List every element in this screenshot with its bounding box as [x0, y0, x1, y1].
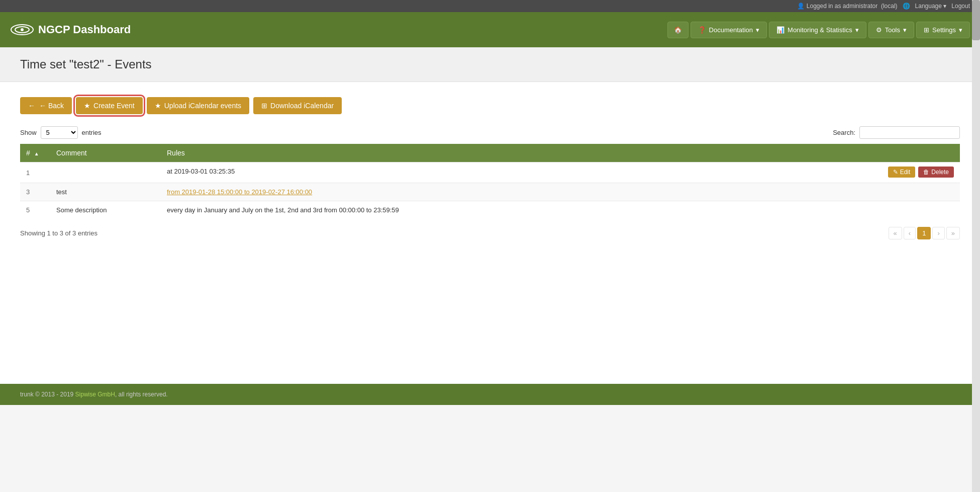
upload-icalendar-button[interactable]: ★ Upload iCalendar events [147, 97, 249, 114]
brand-name: NGCP Dashboard [38, 23, 131, 36]
language-link[interactable]: Language ▾ [915, 3, 947, 10]
edit-icon: ✎ [893, 169, 898, 176]
col-comment-header[interactable]: Comment [50, 144, 161, 162]
row-num: 1 [20, 162, 50, 183]
edit-button[interactable]: ✎ Edit [888, 167, 916, 178]
top-bar: 👤 Logged in as administrator (local) 🌐 L… [0, 0, 980, 12]
svg-point-2 [21, 28, 24, 31]
table-body: 1 at 2019-03-01 03:25:35 ✎ Edit 🗑 Delete [20, 162, 960, 219]
grid-icon: ⊞ [924, 26, 929, 34]
main-content: ← ← Back ★ Create Event ★ Upload iCalend… [0, 82, 980, 384]
sort-arrow-icon: ▲ [34, 151, 39, 156]
brand-link[interactable]: NGCP Dashboard [10, 22, 131, 38]
delete-button[interactable]: 🗑 Delete [918, 167, 954, 178]
row-comment: Some description [50, 201, 161, 219]
row-actions: ✎ Edit 🗑 Delete [888, 167, 954, 178]
rules-link[interactable]: from 2019-01-28 15:00:00 to 2019-02-27 1… [167, 188, 312, 196]
language-separator: 🌐 [903, 3, 910, 10]
download-icalendar-button[interactable]: ⊞ Download iCalendar [253, 97, 342, 114]
page-1-button[interactable]: 1 [917, 227, 931, 239]
trash-icon: 🗑 [923, 169, 929, 176]
nav-documentation-button[interactable]: ❓ Documentation ▾ [691, 22, 767, 38]
gear-icon: ⚙ [876, 26, 882, 34]
row-num: 5 [20, 201, 50, 219]
create-event-button[interactable]: ★ Create Event [76, 97, 143, 114]
navbar: NGCP Dashboard 🏠 ❓ Documentation ▾ 📊 Mon… [0, 12, 980, 47]
show-entries-control: Show 5 10 25 50 100 entries [20, 126, 102, 139]
page-first-button[interactable]: « [889, 227, 902, 239]
chevron-down-icon: ▾ [903, 26, 907, 34]
nav-menu: 🏠 ❓ Documentation ▾ 📊 Monitoring & Stati… [667, 22, 970, 38]
question-icon: ❓ [698, 26, 706, 34]
star-icon: ★ [155, 102, 161, 110]
row-rules: from 2019-01-28 15:00:00 to 2019-02-27 1… [161, 183, 960, 201]
nav-tools-button[interactable]: ⚙ Tools ▾ [868, 22, 914, 38]
back-button[interactable]: ← ← Back [20, 97, 72, 114]
row-comment: test [50, 183, 161, 201]
table-controls: Show 5 10 25 50 100 entries Search: [20, 126, 960, 139]
chevron-down-icon: ▾ [756, 26, 759, 34]
table-header: # ▲ Comment Rules [20, 144, 960, 162]
star-icon: ★ [84, 102, 90, 110]
table-footer: Showing 1 to 3 of 3 entries « ‹ 1 › » [20, 227, 960, 239]
grid-list-icon: ⊞ [261, 102, 267, 110]
row-num: 3 [20, 183, 50, 201]
action-buttons: ← ← Back ★ Create Event ★ Upload iCalend… [20, 97, 960, 114]
entries-label: entries [82, 129, 102, 136]
row-rules: every day in January and July on the 1st… [161, 201, 960, 219]
logout-link[interactable]: Logout [951, 3, 970, 10]
search-label: Search: [833, 129, 855, 136]
page-last-button[interactable]: » [946, 227, 960, 239]
scrollbar[interactable] [972, 0, 980, 405]
chevron-down-icon: ▾ [959, 26, 962, 34]
events-table: # ▲ Comment Rules 1 at 2019-03-01 03:25:… [20, 144, 960, 219]
page-prev-button[interactable]: ‹ [904, 227, 916, 239]
showing-text: Showing 1 to 3 of 3 entries [20, 229, 97, 237]
scrollbar-thumb[interactable] [972, 0, 980, 40]
chevron-down-icon: ▾ [855, 26, 859, 34]
col-rules-header[interactable]: Rules [161, 144, 960, 162]
search-input[interactable] [859, 126, 960, 139]
arrow-left-icon: ← [28, 102, 35, 110]
page-title: Time set "test2" - Events [20, 57, 960, 71]
show-label: Show [20, 129, 37, 136]
footer-text: trunk © 2013 - 2019 Sipwise GmbH, all ri… [20, 391, 168, 398]
table-row: 3 test from 2019-01-28 15:00:00 to 2019-… [20, 183, 960, 201]
nav-monitoring-button[interactable]: 📊 Monitoring & Statistics ▾ [769, 22, 866, 38]
page-next-button[interactable]: › [932, 227, 944, 239]
page-header: Time set "test2" - Events [0, 47, 980, 82]
home-icon: 🏠 [674, 26, 682, 34]
row-comment [50, 162, 161, 183]
entries-per-page-select[interactable]: 5 10 25 50 100 [41, 126, 78, 139]
table-row: 1 at 2019-03-01 03:25:35 ✎ Edit 🗑 Delete [20, 162, 960, 183]
nav-home-button[interactable]: 🏠 [667, 22, 689, 38]
nav-settings-button[interactable]: ⊞ Settings ▾ [916, 22, 970, 38]
bar-chart-icon: 📊 [776, 26, 785, 34]
page-footer: trunk © 2013 - 2019 Sipwise GmbH, all ri… [0, 384, 980, 405]
user-status: 👤 Logged in as administrator (local) [797, 3, 897, 10]
pagination: « ‹ 1 › » [889, 227, 960, 239]
table-row: 5 Some description every day in January … [20, 201, 960, 219]
brand-logo-icon [10, 22, 34, 38]
sipwise-link[interactable]: Sipwise GmbH [75, 391, 115, 398]
col-num-header[interactable]: # ▲ [20, 144, 50, 162]
search-control: Search: [833, 126, 960, 139]
row-rules: at 2019-03-01 03:25:35 ✎ Edit 🗑 Delete [161, 162, 960, 183]
